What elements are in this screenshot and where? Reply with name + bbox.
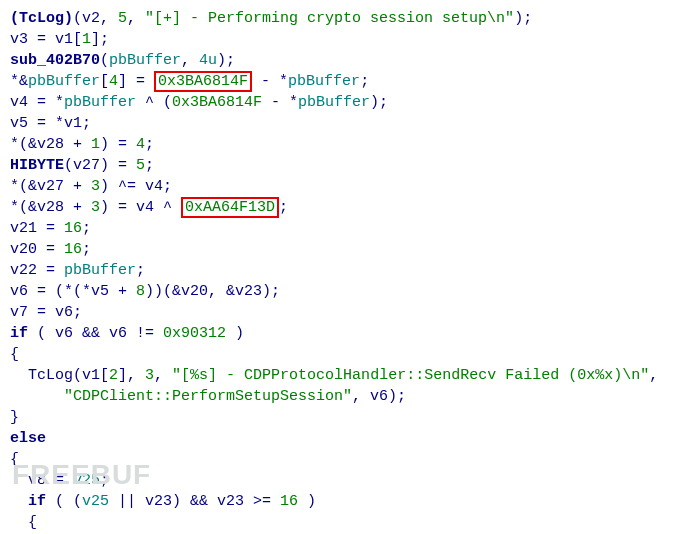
token: 16 [64,241,82,258]
token: 5 [136,157,145,174]
code-line: if ( (v25 || v23) && v23 >= 16 ) [10,491,660,512]
token: TcLog(v1[ [10,367,109,384]
string-literal: "[+] - Performing crypto session setup\n… [145,10,514,27]
keyword-else: else [10,430,46,447]
token: ; [145,136,154,153]
token: v25 [73,472,100,489]
token: , [181,52,199,69]
token: pbBuffer [64,94,136,111]
code-line: { [10,512,660,533]
token: (v2, [73,10,118,27]
token: 16 [64,220,82,237]
token: *(&v27 + [10,178,91,195]
string-literal: "[%s] - CDPProtocolHandler::SendRecv Fai… [172,367,649,384]
code-line: sub_402B70(pbBuffer, 4u); [10,50,660,71]
token: pbBuffer [64,262,136,279]
brace: } [10,409,19,426]
code-line: v22 = pbBuffer; [10,260,660,281]
code-line: else [10,428,660,449]
token: , [154,367,172,384]
token: (TcLog) [10,10,73,27]
token: ]; [91,31,109,48]
token: , v6); [352,388,406,405]
brace: { [10,514,37,531]
token: ] = [118,73,154,90]
token: 3 [91,178,100,195]
token: ); [370,94,388,111]
token: ; [279,199,288,216]
token: ) [298,493,316,510]
token: 2 [109,367,118,384]
token: ))(&v20, &v23); [145,283,280,300]
token: 16 [280,493,298,510]
code-line: HIBYTE(v27) = 5; [10,155,660,176]
token: 4 [136,136,145,153]
token: ) = [100,136,136,153]
token: v5 = *v1; [10,115,91,132]
token: (v27) = [64,157,136,174]
token: ) = v4 ^ [100,199,181,216]
code-line: { [10,449,660,470]
code-line: "CDPClient::PerformSetupSession", v6); [10,386,660,407]
token: ; [145,157,154,174]
token: v6 = (*(*v5 + [10,283,136,300]
macro: HIBYTE [10,157,64,174]
token: - * [262,94,298,111]
token: ( v6 && v6 != [28,325,163,342]
token: ; [360,73,369,90]
code-line: v7 = v6; [10,302,660,323]
code-line: v3 = v1[1]; [10,29,660,50]
code-line: v8 = v25; [10,470,660,491]
token [10,388,64,405]
token: *(&v28 + [10,136,91,153]
token: , [127,10,145,27]
token: v3 = v1[ [10,31,82,48]
token: v22 = [10,262,64,279]
token: *& [10,73,28,90]
function-call: sub_402B70 [10,52,100,69]
token: , [649,367,658,384]
code-line: v6 = (*(*v5 + 8))(&v20, &v23); [10,281,660,302]
string-literal: "CDPClient::PerformSetupSession" [64,388,352,405]
token: v25 [82,493,109,510]
token: 1 [82,31,91,48]
token: [ [100,73,109,90]
token: pbBuffer [298,94,370,111]
token: 4u [199,52,217,69]
code-line: TcLog(v1[2], 3, "[%s] - CDPProtocolHandl… [10,365,660,386]
code-line: { [10,344,660,365]
token: ], [118,367,145,384]
code-line: v20 = 16; [10,239,660,260]
token: ) ^= v4; [100,178,172,195]
brace: { [10,346,19,363]
token: ); [217,52,235,69]
token: 4 [109,73,118,90]
token: pbBuffer [288,73,360,90]
token: - * [252,73,288,90]
token: ^ ( [136,94,172,111]
token: 0x3BA6814F [172,94,262,111]
token: *(&v28 + [10,199,91,216]
token: 8 [136,283,145,300]
code-line: *(&v28 + 3) = v4 ^ 0xAA64F13D; [10,197,660,218]
code-line: v4 = *pbBuffer ^ (0x3BA6814F - *pbBuffer… [10,92,660,113]
token [10,493,28,510]
token: v20 = [10,241,64,258]
keyword-if: if [10,325,28,342]
code-line: v5 = *v1; [10,113,660,134]
code-line: *&pbBuffer[4] = 0x3BA6814F - *pbBuffer; [10,71,660,92]
token: v8 = [10,472,73,489]
brace: { [10,451,19,468]
token: ; [82,241,91,258]
code-line: if ( v6 && v6 != 0x90312 ) [10,323,660,344]
highlighted-constant-1: 0x3BA6814F [154,71,252,92]
token: pbBuffer [109,52,181,69]
token: v4 = * [10,94,64,111]
token: ( [100,52,109,69]
token: || v23) && v23 >= [109,493,280,510]
token: ; [100,472,109,489]
token: ); [514,10,532,27]
token: 0x90312 [163,325,226,342]
code-line: } [10,407,660,428]
token: ; [82,220,91,237]
